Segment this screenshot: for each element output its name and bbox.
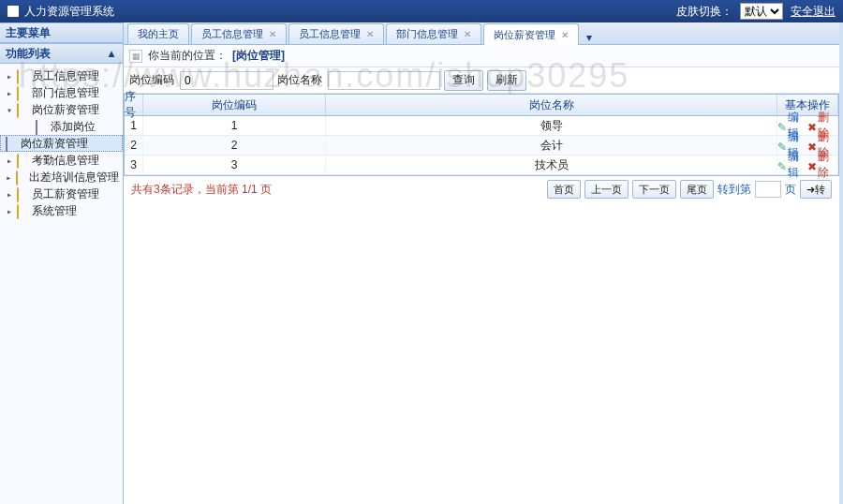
tab-emp-info-1[interactable]: 员工信息管理✕ (191, 23, 287, 44)
location-prefix: 你当前的位置： (148, 48, 227, 64)
pager-last[interactable]: 尾页 (680, 180, 714, 199)
expand-icon[interactable]: ▸ (4, 206, 15, 216)
cell-code: 1 (143, 116, 326, 135)
tree-label: 员工薪资管理 (32, 186, 99, 202)
expand-icon[interactable]: ▸ (4, 71, 15, 82)
tree-node-attendance[interactable]: ▸考勤信息管理 (0, 152, 123, 169)
tree-node-dept-info[interactable]: ▸部门信息管理 (0, 84, 123, 101)
tab-label: 部门信息管理 (396, 27, 458, 41)
folder-icon (17, 204, 19, 219)
delete-icon: ✖ (807, 141, 817, 150)
tree-label: 岗位薪资管理 (32, 102, 99, 118)
tree-node-position-salary[interactable]: ▾岗位薪资管理 (0, 101, 123, 118)
col-seq: 序号 (125, 95, 143, 115)
close-icon[interactable]: ✕ (269, 29, 276, 39)
tree-node-add-position[interactable]: 添加岗位 (0, 118, 123, 135)
content-area: 我的主页 员工信息管理✕ 员工信息管理✕ 部门信息管理✕ 岗位薪资管理✕ ▾ ▦… (124, 22, 843, 504)
cell-seq: 2 (125, 136, 143, 155)
pager-goto-input[interactable] (755, 181, 781, 198)
folder-icon (17, 154, 19, 169)
tab-dept-info[interactable]: 部门信息管理✕ (386, 23, 481, 44)
tab-label: 我的主页 (138, 27, 179, 41)
main-layout: 主要菜单 功能列表 ▴ ▸员工信息管理 ▸部门信息管理 ▾岗位薪资管理 添加岗位… (0, 22, 843, 504)
search-button[interactable]: 查询 (444, 70, 483, 91)
col-name: 岗位名称 (326, 95, 777, 115)
skin-label: 皮肤切换： (676, 4, 732, 20)
app-title: 人力资源管理系统 (24, 4, 114, 20)
filter-bar: 岗位编码 岗位名称 查询 刷新 (124, 67, 839, 94)
grid-header: 序号 岗位编码 岗位名称 基本操作 (125, 95, 838, 116)
expand-icon[interactable]: ▸ (4, 156, 15, 166)
delete-icon: ✖ (807, 121, 817, 130)
pager-prev[interactable]: 上一页 (584, 180, 629, 199)
skin-select[interactable]: 默认 (740, 3, 783, 20)
expand-icon[interactable]: ▸ (4, 88, 15, 98)
tree-node-emp-info[interactable]: ▸员工信息管理 (0, 67, 123, 84)
tree-label: 添加岗位 (51, 119, 96, 135)
tab-bar: 我的主页 员工信息管理✕ 员工信息管理✕ 部门信息管理✕ 岗位薪资管理✕ ▾ (124, 22, 839, 45)
close-icon[interactable]: ✕ (561, 30, 569, 40)
tree-label: 出差培训信息管理 (29, 170, 119, 185)
tree-node-position-salary-mgmt[interactable]: 岗位薪资管理 (0, 135, 123, 152)
folder-icon (17, 86, 19, 101)
pager-goto-button[interactable]: ➜转 (800, 180, 832, 199)
sidebar: 主要菜单 功能列表 ▴ ▸员工信息管理 ▸部门信息管理 ▾岗位薪资管理 添加岗位… (0, 22, 124, 504)
tree-node-system[interactable]: ▸系统管理 (0, 202, 123, 219)
tree-node-travel-training[interactable]: ▸出差培训信息管理 (0, 169, 123, 185)
tab-home[interactable]: 我的主页 (127, 23, 189, 44)
pager-controls: 首页 上一页 下一页 尾页 转到第 页 ➜转 (547, 180, 832, 199)
close-icon[interactable]: ✕ (366, 29, 374, 39)
pager-first[interactable]: 首页 (547, 180, 581, 199)
collapse-icon[interactable]: ▴ (106, 48, 117, 59)
expand-icon[interactable]: ▸ (4, 189, 15, 200)
sidebar-title-2: 功能列表 (6, 46, 51, 62)
close-icon[interactable]: ✕ (464, 29, 471, 39)
name-input[interactable] (328, 71, 440, 90)
sidebar-title-1: 主要菜单 (6, 25, 51, 41)
pager-summary: 共有3条记录，当前第 1/1 页 (131, 182, 272, 198)
tab-label: 员工信息管理 (201, 27, 263, 41)
tree-label: 岗位薪资管理 (21, 136, 88, 152)
pager-goto-suffix: 页 (785, 182, 796, 198)
collapse-icon[interactable]: ▾ (4, 105, 15, 115)
name-label: 岗位名称 (277, 72, 322, 88)
tab-position-salary[interactable]: 岗位薪资管理✕ (483, 23, 579, 45)
pager-next[interactable]: 下一页 (632, 180, 676, 199)
folder-icon (17, 187, 19, 202)
top-bar: 人力资源管理系统 皮肤切换： 默认 安全退出 (0, 0, 843, 22)
nav-tree: ▸员工信息管理 ▸部门信息管理 ▾岗位薪资管理 添加岗位 岗位薪资管理 ▸考勤信… (0, 64, 123, 223)
sidebar-header-function-list[interactable]: 功能列表 ▴ (0, 43, 123, 64)
edit-icon: ✎ (777, 121, 787, 130)
expand-icon[interactable]: ▸ (4, 172, 14, 183)
page-icon: ▦ (129, 50, 142, 63)
table-row[interactable]: 11领导✎编辑 ✖删除 (125, 116, 838, 136)
folder-open-icon (17, 103, 19, 118)
code-input[interactable] (180, 71, 274, 90)
edit-icon: ✎ (777, 141, 787, 150)
grid-body: 11领导✎编辑 ✖删除22会计✎编辑 ✖删除33技术员✎编辑 ✖删除 (125, 116, 838, 175)
cell-op: ✎编辑 ✖删除 (777, 156, 838, 174)
table-row[interactable]: 22会计✎编辑 ✖删除 (125, 136, 838, 156)
tree-node-emp-salary[interactable]: ▸员工薪资管理 (0, 185, 123, 202)
leaf-icon (6, 137, 7, 152)
cell-name: 领导 (326, 116, 777, 135)
table-row[interactable]: 33技术员✎编辑 ✖删除 (125, 156, 838, 175)
folder-icon (16, 170, 18, 185)
logout-link[interactable]: 安全退出 (791, 4, 836, 20)
refresh-button[interactable]: 刷新 (487, 70, 526, 91)
sidebar-header-main-menu: 主要菜单 (0, 22, 123, 43)
location-crumb: [岗位管理] (232, 48, 285, 64)
tab-overflow-button[interactable]: ▾ (581, 31, 598, 44)
cell-seq: 1 (125, 116, 143, 135)
tree-label: 考勤信息管理 (32, 153, 99, 169)
pager-goto-label: 转到第 (717, 182, 751, 198)
app-icon (7, 6, 19, 17)
col-code: 岗位编码 (143, 95, 326, 115)
tab-label: 岗位薪资管理 (494, 28, 555, 42)
topbar-right: 皮肤切换： 默认 安全退出 (676, 3, 836, 20)
code-label: 岗位编码 (129, 72, 174, 88)
cell-code: 3 (143, 156, 326, 174)
delete-icon: ✖ (807, 160, 817, 170)
tab-emp-info-2[interactable]: 员工信息管理✕ (288, 23, 384, 44)
tree-label: 部门信息管理 (32, 85, 99, 101)
